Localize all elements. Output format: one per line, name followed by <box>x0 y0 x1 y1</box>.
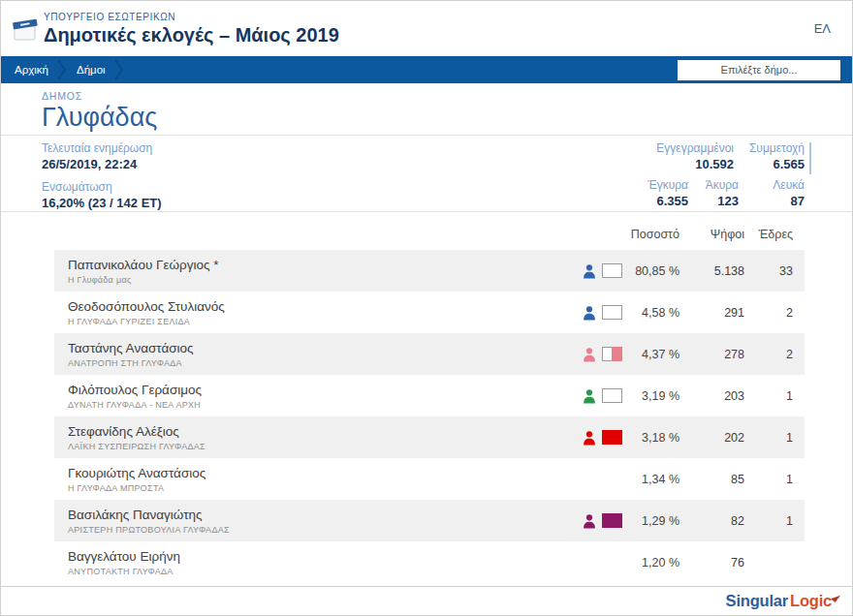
ballot-box-marker <box>602 513 622 528</box>
seats-value: 2 <box>744 348 793 361</box>
participation-label: Συμμετοχή <box>749 141 805 155</box>
invalid-votes-value: 123 <box>706 194 739 208</box>
votes-value: 203 <box>679 389 744 403</box>
logo-flourish-icon <box>831 592 840 602</box>
votes-value: 82 <box>679 514 744 528</box>
participation-value: 6.565 <box>749 157 805 171</box>
percent-value: 3,19 % <box>623 389 679 403</box>
party-icons <box>582 513 623 529</box>
percent-value: 1,29 % <box>623 514 679 528</box>
person-icon <box>582 347 597 362</box>
candidate-party: ΑΡΙΣΤΕΡΗ ΠΡΩΤΟΒΟΥΛΙΑ ΓΛΥΦΑΔΑΣ <box>68 525 582 535</box>
candidate-party: Η ΓΛΥΦΑΔΑ ΓΥΡΙΖΕΙ ΣΕΛΙΔΑ <box>68 317 582 326</box>
integration-label: Ενσωμάτωση <box>42 180 162 194</box>
seats-value: 33 <box>744 264 793 278</box>
column-header-seats: Έδρες <box>744 228 793 241</box>
table-row[interactable]: Γκουριώτης Αναστάσιος Η ΓΛΥΦΑΔΑ ΜΠΡΟΣΤΑ … <box>54 458 805 500</box>
invalid-votes-label: Άκυρα <box>706 178 739 192</box>
election-results-page: ΥΠΟΥΡΓΕΙΟ ΕΣΩΤΕΡΙΚΩΝ Δημοτικές εκλογές –… <box>0 0 853 616</box>
ballot-box-marker <box>602 347 622 361</box>
table-row[interactable]: Παπανικολάου Γεώργιος * Η Γλυφάδα μας 80… <box>54 250 805 292</box>
column-header-votes: Ψήφοι <box>679 228 744 241</box>
registered-label: Εγγεγραμμένοι <box>656 141 734 155</box>
party-icons <box>582 305 623 321</box>
municipality-label: ΔΗΜΟΣ <box>42 90 852 102</box>
percent-value: 3,18 % <box>623 431 679 445</box>
votes-value: 202 <box>679 431 744 445</box>
table-row[interactable]: Ταστάνης Αναστάσιος ΑΝΑΤΡΟΠΗ ΣΤΗ ΓΛΥΦΑΔΑ… <box>54 333 805 375</box>
table-row[interactable]: Φιλόπουλος Γεράσιμος ΔΥΝΑΤΗ ΓΛΥΦΑΔΑ - ΝΕ… <box>54 375 805 416</box>
candidate-name: Φιλόπουλος Γεράσιμος <box>68 383 582 397</box>
candidate-name: Βαγγελάτου Ειρήνη <box>68 549 582 564</box>
candidate-name: Γκουριώτης Αναστάσιος <box>68 466 582 480</box>
person-icon <box>582 263 597 279</box>
table-row[interactable]: Θεοδοσόπουλος Στυλιανός Η ΓΛΥΦΑΔΑ ΓΥΡΙΖΕ… <box>54 292 805 333</box>
stats-vertical-divider <box>809 142 811 174</box>
last-update-value: 26/5/2019, 22:24 <box>42 157 162 171</box>
percent-value: 1,20 % <box>623 556 679 570</box>
candidate-name: Παπανικολάου Γεώργιος * <box>68 258 582 272</box>
candidate-name: Βασιλάκης Παναγιώτης <box>68 508 582 522</box>
breadcrumb-item-home[interactable]: Αρχική <box>15 64 48 76</box>
language-toggle[interactable]: ΕΛ <box>814 21 831 36</box>
ballot-box-marker <box>602 430 622 445</box>
table-row[interactable]: Στεφανίδης Αλέξιος ΛΑΪΚΗ ΣΥΣΠΕΙΡΩΣΗ ΓΛΥΦ… <box>54 416 805 458</box>
percent-value: 80,85 % <box>623 264 679 278</box>
person-icon <box>582 513 597 529</box>
chevron-right-icon <box>114 58 124 81</box>
logo-logic-text: Logic <box>790 592 832 610</box>
votes-value: 5.138 <box>679 264 744 278</box>
breadcrumb: Αρχική Δήμοι <box>1 56 852 83</box>
votes-value: 278 <box>679 348 744 361</box>
candidate-party: ΛΑΪΚΗ ΣΥΣΠΕΙΡΩΣΗ ΓΛΥΦΑΔΑΣ <box>68 442 582 451</box>
candidate-party: ΔΥΝΑΤΗ ΓΛΥΦΑΔΑ - ΝΕΑ ΑΡΧΗ <box>68 400 582 410</box>
singularlogic-logo: Singular Logic <box>726 592 838 610</box>
registered-value: 10.592 <box>656 157 734 171</box>
ballot-box-marker <box>602 263 622 278</box>
page-title: Δημοτικές εκλογές – Μάιος 2019 <box>44 24 339 46</box>
blank-votes-value: 87 <box>773 194 805 208</box>
votes-value: 85 <box>679 473 744 486</box>
results-rows: Παπανικολάου Γεώργιος * Η Γλυφάδα μας 80… <box>54 250 805 583</box>
column-header-percent: Ποσοστό <box>623 228 679 241</box>
candidate-party: ΑΝΥΠΟΤΑΚΤΗ ΓΛΥΦΑΔΑ <box>68 567 582 576</box>
app-header: ΥΠΟΥΡΓΕΙΟ ΕΣΩΤΕΡΙΚΩΝ Δημοτικές εκλογές –… <box>1 1 852 56</box>
candidate-name: Θεοδοσόπουλος Στυλιανός <box>68 299 582 314</box>
percent-value: 1,34 % <box>623 473 679 486</box>
candidate-party: ΑΝΑΤΡΟΠΗ ΣΤΗ ΓΛΥΦΑΔΑ <box>68 358 582 368</box>
ballot-box-marker <box>602 305 622 320</box>
seats-value: 1 <box>744 473 793 486</box>
candidate-name: Ταστάνης Αναστάσιος <box>68 341 582 355</box>
candidate-name: Στεφανίδης Αλέξιος <box>68 424 582 439</box>
seats-value: 1 <box>744 389 793 403</box>
valid-votes-label: Έγκυρα <box>648 178 688 192</box>
seats-value: 1 <box>744 514 793 528</box>
percent-value: 4,37 % <box>623 348 679 361</box>
blank-votes-label: Λευκά <box>773 178 805 192</box>
votes-value: 291 <box>679 306 744 320</box>
party-icons <box>582 430 623 446</box>
municipality-name: Γλυφάδας <box>42 103 852 133</box>
logo-singular-text: Singular <box>726 592 788 610</box>
person-icon <box>582 305 597 321</box>
page-footer: Singular Logic <box>1 586 852 616</box>
last-update-label: Τελευταία ενημέρωση <box>42 141 162 155</box>
table-row[interactable]: Βασιλάκης Παναγιώτης ΑΡΙΣΤΕΡΗ ΠΡΩΤΟΒΟΥΛΙ… <box>54 500 805 541</box>
votes-value: 76 <box>679 556 744 570</box>
candidate-party: Η Γλυφάδα μας <box>68 275 582 285</box>
table-row[interactable]: Βαγγελάτου Ειρήνη ΑΝΥΠΟΤΑΚΤΗ ΓΛΥΦΑΔΑ 1,2… <box>54 541 805 583</box>
party-icons <box>582 263 623 279</box>
ballot-box-logo-icon <box>11 17 40 43</box>
valid-votes-value: 6.355 <box>648 194 688 208</box>
person-icon <box>582 388 597 404</box>
candidate-party: Η ΓΛΥΦΑΔΑ ΜΠΡΟΣΤΑ <box>68 483 582 493</box>
percent-value: 4,58 % <box>623 306 679 320</box>
breadcrumb-item-municipalities[interactable]: Δήμοι <box>77 64 106 76</box>
municipality-search-input[interactable] <box>678 60 840 80</box>
seats-value: 2 <box>744 306 793 320</box>
chevron-right-icon <box>57 58 67 81</box>
party-icons <box>582 388 623 404</box>
party-icons <box>582 347 623 362</box>
integration-value: 16,20% (23 / 142 ΕΤ) <box>42 196 162 210</box>
ministry-label: ΥΠΟΥΡΓΕΙΟ ΕΣΩΤΕΡΙΚΩΝ <box>44 12 339 22</box>
